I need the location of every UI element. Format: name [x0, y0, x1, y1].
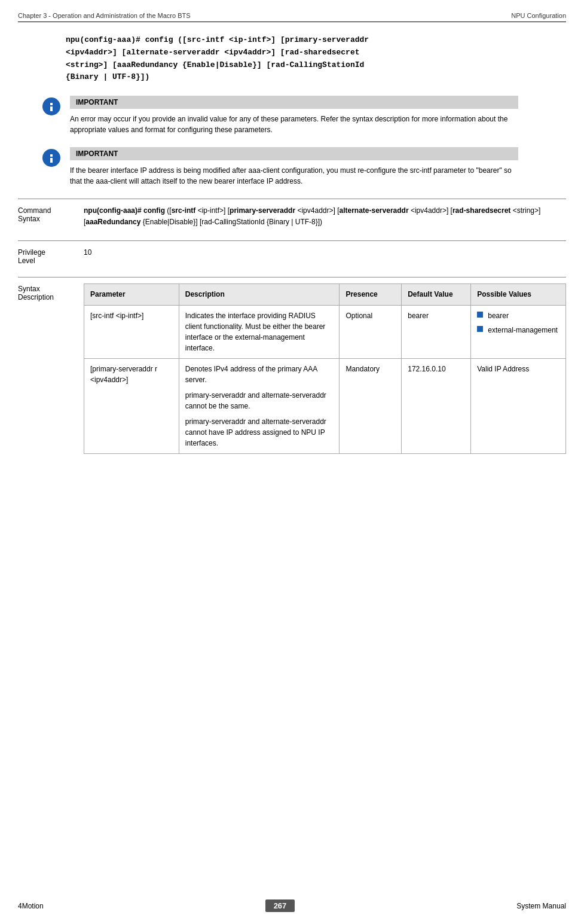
divider-3	[18, 277, 566, 277]
table-header-row: Parameter Description Presence Default V…	[84, 283, 566, 305]
command-syntax-content: npu(config-aaa)# config ([src-intf <ip-i…	[84, 205, 566, 228]
divider-2	[18, 240, 566, 241]
important-section-2: IMPORTANT If the bearer interface IP add…	[42, 147, 518, 187]
header-left: Chapter 3 - Operation and Administration…	[18, 12, 191, 19]
cell-presence-1: Optional	[340, 305, 402, 358]
page-footer: 4Motion 267 System Manual	[0, 899, 584, 912]
important-header-1: IMPORTANT	[70, 96, 518, 109]
possible-value-bearer: bearer	[477, 310, 559, 321]
possible-value-external: external-management	[477, 325, 559, 336]
table-row: [src-intf <ip-intf>] Indicates the inter…	[84, 305, 566, 358]
syntax-description-table-wrapper: Parameter Description Presence Default V…	[84, 283, 566, 454]
important-content-1: IMPORTANT An error may occur if you prov…	[70, 96, 518, 135]
footer-right: System Manual	[516, 902, 566, 910]
cell-param-1: [src-intf <ip-intf>]	[84, 305, 179, 358]
code-block: npu(config-aaa)# config ([src-intf <ip-i…	[66, 34, 518, 84]
important-icon-2	[42, 148, 61, 167]
desc-para-1: Denotes IPv4 address of the primary AAA …	[185, 364, 334, 385]
cell-param-2: [primary-serveraddr r <ipv4addr>]	[84, 358, 179, 453]
desc-para-3: primary-serveraddr and alternate-servera…	[185, 416, 334, 449]
cell-possible-2: Valid IP Address	[471, 358, 566, 453]
syntax-table: Parameter Description Presence Default V…	[84, 283, 566, 454]
code-line1: npu(config-aaa)# config ([src-intf <ip-i…	[66, 35, 369, 44]
command-syntax-label: Command Syntax	[18, 205, 84, 228]
header-right: NPU Configuration	[511, 12, 566, 19]
col-header-default: Default Value	[402, 283, 471, 305]
important-text-1: An error may occur if you provide an inv…	[70, 114, 518, 135]
important-text-2: If the bearer interface IP address is be…	[70, 165, 518, 187]
code-line2: <ipv4addr>] [alternate-serveraddr <ipv4a…	[66, 48, 360, 57]
possible-value-bearer-text: bearer	[488, 310, 509, 321]
page-header: Chapter 3 - Operation and Administration…	[18, 12, 566, 22]
syntax-description-section: Syntax Description Parameter Description…	[18, 283, 566, 454]
cell-presence-2: Mandatory	[340, 358, 402, 453]
svg-rect-4	[50, 154, 53, 157]
code-line4: {Binary | UTF-8}])	[66, 72, 149, 81]
cell-possible-1: bearer external-management	[471, 305, 566, 358]
command-syntax-section: Command Syntax npu(config-aaa)# config (…	[18, 205, 566, 228]
syntax-description-label: Syntax Description	[18, 283, 84, 454]
svg-rect-5	[50, 158, 53, 163]
possible-value-external-text: external-management	[488, 325, 558, 336]
important-icon-1	[42, 97, 61, 116]
desc-para-2: primary-serveraddr and alternate-servera…	[185, 390, 334, 411]
cell-desc-1: Indicates the interface providing RADIUS…	[179, 305, 340, 358]
col-header-presence: Presence	[340, 283, 402, 305]
code-line3: <string>] [aaaRedundancy {Enable|Disable…	[66, 60, 364, 69]
col-header-parameter: Parameter	[84, 283, 179, 305]
privilege-level-label: Privilege Level	[18, 247, 84, 265]
command-syntax-text: npu(config-aaa)# config ([src-intf <ip-i…	[84, 206, 540, 226]
bullet-icon-bearer	[477, 312, 483, 318]
divider-1	[18, 199, 566, 199]
privilege-level-section: Privilege Level 10	[18, 247, 566, 265]
privilege-level-value: 10	[84, 247, 566, 265]
footer-left: 4Motion	[18, 902, 44, 910]
cell-desc-2: Denotes IPv4 address of the primary AAA …	[179, 358, 340, 453]
col-header-possible: Possible Values	[471, 283, 566, 305]
svg-rect-2	[50, 106, 53, 111]
important-section-1: IMPORTANT An error may occur if you prov…	[42, 96, 518, 135]
page-number: 267	[265, 899, 295, 912]
important-content-2: IMPORTANT If the bearer interface IP add…	[70, 147, 518, 187]
col-header-description: Description	[179, 283, 340, 305]
svg-rect-1	[50, 103, 53, 105]
cell-default-1: bearer	[402, 305, 471, 358]
important-header-2: IMPORTANT	[70, 147, 518, 160]
table-row: [primary-serveraddr r <ipv4addr>] Denote…	[84, 358, 566, 453]
bullet-icon-external	[477, 326, 483, 332]
cell-default-2: 172.16.0.10	[402, 358, 471, 453]
